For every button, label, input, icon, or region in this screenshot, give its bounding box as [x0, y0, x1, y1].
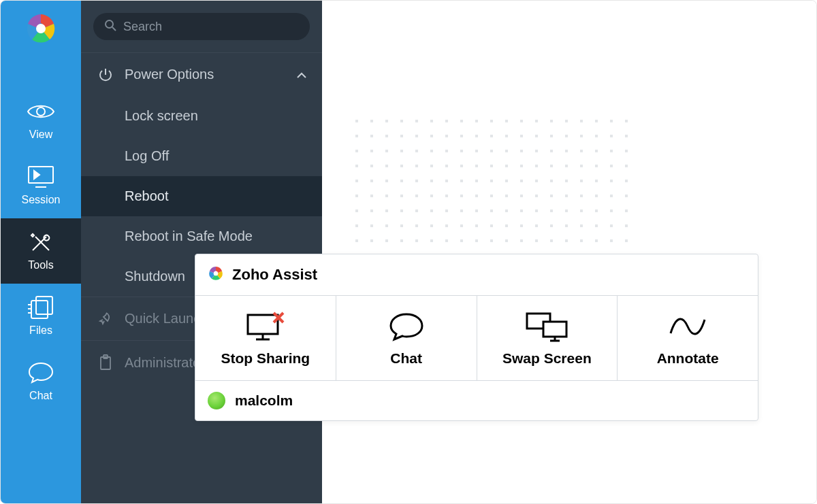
svg-rect-5: [36, 297, 52, 314]
user-name: malcolm: [235, 392, 293, 409]
swap-screen-button[interactable]: Swap Screen: [477, 296, 618, 380]
power-reboot-safe[interactable]: Reboot in Safe Mode: [81, 216, 322, 256]
user-avatar: [208, 392, 225, 409]
files-icon: [27, 296, 54, 319]
nav-session-label: Session: [22, 194, 61, 206]
svg-rect-6: [31, 301, 48, 318]
toolbar-user-row[interactable]: malcolm: [195, 381, 758, 420]
swap-screen-icon: [524, 311, 569, 342]
power-log-off[interactable]: Log Off: [81, 136, 322, 176]
tools-panel: Power Options Lock screen Log Off Reboot…: [81, 1, 322, 503]
eye-icon: [27, 100, 55, 123]
nav-view-label: View: [29, 129, 52, 141]
stop-sharing-button[interactable]: Stop Sharing: [195, 296, 336, 380]
stop-sharing-label: Stop Sharing: [221, 350, 310, 367]
search-icon: [104, 19, 116, 34]
svg-point-1: [36, 24, 46, 33]
toolbar-actions: Stop Sharing Chat: [195, 296, 758, 381]
nav-session[interactable]: Session: [1, 153, 81, 218]
power-options-header[interactable]: Power Options: [81, 53, 322, 96]
speech-bubble-icon: [388, 311, 425, 342]
main-content: [322, 1, 816, 503]
clipboard-icon: [96, 354, 115, 371]
svg-rect-15: [248, 315, 278, 334]
search-input[interactable]: [93, 13, 310, 40]
toolbar-title: Zoho Assist: [232, 266, 317, 284]
svg-point-10: [106, 20, 113, 28]
svg-rect-3: [29, 167, 53, 183]
svg-rect-21: [543, 322, 566, 337]
svg-point-14: [214, 271, 219, 276]
power-reboot[interactable]: Reboot: [81, 176, 322, 216]
app-logo-icon: [22, 10, 59, 47]
nav-chat-label: Chat: [29, 390, 52, 402]
nav-view[interactable]: View: [1, 88, 81, 153]
power-options-label: Power Options: [125, 67, 296, 82]
swap-screen-label: Swap Screen: [502, 350, 592, 367]
search-field[interactable]: [123, 20, 299, 34]
power-icon: [96, 67, 115, 82]
chat-button[interactable]: Chat: [336, 296, 477, 380]
nav-files[interactable]: Files: [1, 284, 81, 349]
toolbar-header: Zoho Assist: [195, 254, 758, 296]
chevron-up-icon: [296, 67, 307, 82]
chat-icon: [28, 361, 54, 384]
nav-tools-label: Tools: [28, 259, 53, 271]
session-toolbar: Zoho Assist Stop Sharing: [195, 254, 758, 421]
zoho-logo-icon: [208, 265, 224, 284]
stop-sharing-icon: [244, 311, 287, 342]
nav-chat[interactable]: Chat: [1, 349, 81, 414]
session-icon: [27, 165, 54, 188]
nav-files-label: Files: [29, 324, 52, 337]
svg-line-11: [112, 27, 116, 31]
rocket-icon: [96, 312, 115, 326]
chat-label: Chat: [390, 350, 422, 367]
svg-point-2: [37, 107, 45, 116]
annotate-label: Annotate: [657, 350, 719, 367]
annotate-button[interactable]: Annotate: [618, 296, 758, 380]
power-lock-screen[interactable]: Lock screen: [81, 96, 322, 136]
primary-sidebar: View Session Tools: [1, 1, 81, 503]
annotate-icon: [668, 311, 707, 342]
administrate-label: Administrate: [125, 355, 200, 371]
nav-tools[interactable]: Tools: [1, 218, 81, 284]
tools-icon: [29, 231, 53, 254]
